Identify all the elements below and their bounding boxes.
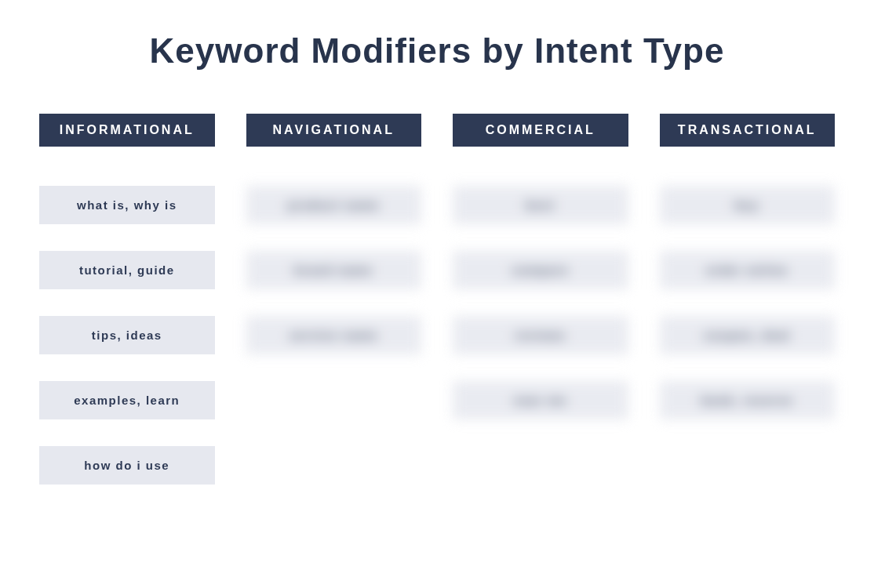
column-informational: INFORMATIONAL what is, why is tutorial, … xyxy=(39,114,215,511)
informational-cell: examples, learn xyxy=(39,381,215,419)
column-header-commercial: COMMERCIAL xyxy=(453,114,628,147)
page-title: Keyword Modifiers by Intent Type xyxy=(39,31,835,71)
navigational-cell: brand name xyxy=(246,251,422,289)
columns-container: INFORMATIONAL what is, why is tutorial, … xyxy=(39,114,835,511)
informational-cell: how do i use xyxy=(39,446,215,485)
commercial-cell: reviews xyxy=(453,316,628,354)
informational-cell: tutorial, guide xyxy=(39,251,215,289)
column-header-transactional: TRANSACTIONAL xyxy=(660,114,836,147)
commercial-cell: compare xyxy=(453,251,628,289)
column-header-navigational: NAVIGATIONAL xyxy=(246,114,422,147)
column-navigational: NAVIGATIONAL product name brand name ser… xyxy=(246,114,422,511)
transactional-cell: book, reserve xyxy=(660,381,836,419)
commercial-cell: near me xyxy=(453,381,628,419)
transactional-cell: order online xyxy=(660,251,836,289)
navigational-cell: product name xyxy=(246,186,422,224)
column-header-informational: INFORMATIONAL xyxy=(39,114,215,147)
informational-cell: tips, ideas xyxy=(39,316,215,354)
column-commercial: COMMERCIAL best compare reviews near me xyxy=(453,114,628,511)
navigational-cell: service name xyxy=(246,316,422,354)
commercial-cell: best xyxy=(453,186,628,224)
column-transactional: TRANSACTIONAL buy order online coupon, d… xyxy=(660,114,836,511)
informational-cell: what is, why is xyxy=(39,186,215,224)
transactional-cell: buy xyxy=(660,186,836,224)
transactional-cell: coupon, deal xyxy=(660,316,836,354)
